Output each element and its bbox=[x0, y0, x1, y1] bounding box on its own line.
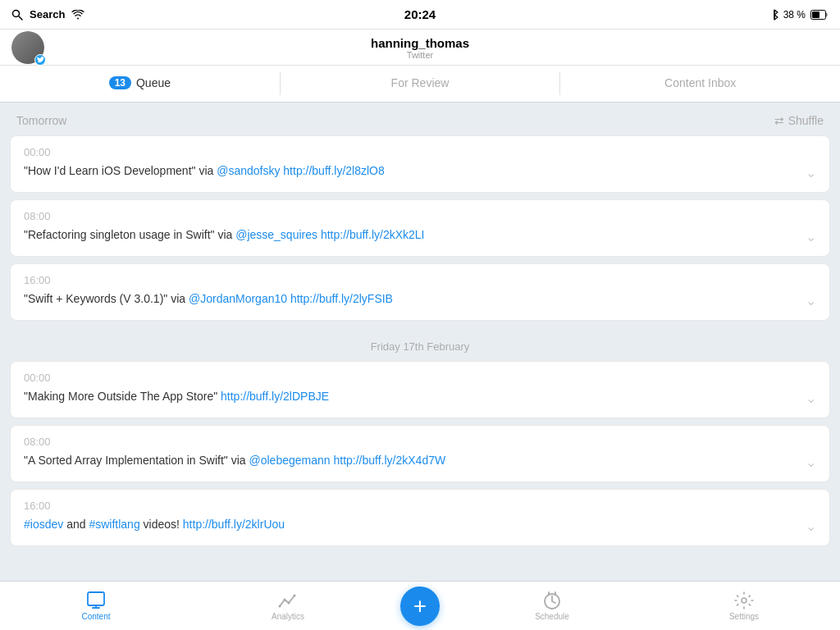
nav-item-analytics[interactable]: Analytics bbox=[192, 582, 384, 630]
svg-point-6 bbox=[279, 605, 281, 607]
post-time: 16:00 bbox=[11, 490, 829, 517]
battery-icon bbox=[810, 10, 829, 20]
hashtag: #iosdev bbox=[24, 518, 63, 531]
nav-item-settings[interactable]: Settings bbox=[648, 582, 840, 630]
post-card: 00:00 "How I'd Learn iOS Development" vi… bbox=[10, 135, 830, 193]
mention: @jesse_squires bbox=[235, 228, 317, 241]
svg-line-1 bbox=[19, 16, 22, 19]
post-text: "A Sorted Array Implementation in Swift"… bbox=[24, 453, 806, 469]
link[interactable]: http://buff.ly/2kXk2LI bbox=[321, 228, 425, 241]
post-card: 16:00 #iosdev and #swiftlang videos! htt… bbox=[10, 489, 830, 546]
expand-button[interactable]: ⌄ bbox=[806, 227, 816, 244]
post-content-row: "How I'd Learn iOS Development" via @san… bbox=[11, 163, 829, 192]
main-content: Tomorrow ⇄ Shuffle 00:00 "How I'd Learn … bbox=[0, 103, 840, 581]
tab-bar: 13 Queue For Review Content Inbox bbox=[0, 66, 840, 103]
post-text: "Refactoring singleton usage in Swift" v… bbox=[24, 227, 806, 244]
post-card: 00:00 "Making More Outside The App Store… bbox=[10, 361, 830, 418]
tab-for-review[interactable]: For Review bbox=[281, 66, 560, 102]
nav-label-analytics: Analytics bbox=[272, 612, 304, 621]
post-content-row: "Making More Outside The App Store" http… bbox=[11, 389, 829, 418]
svg-point-8 bbox=[288, 601, 290, 604]
expand-button[interactable]: ⌄ bbox=[806, 517, 816, 534]
post-content-row: "Refactoring singleton usage in Swift" v… bbox=[11, 227, 829, 256]
status-time: 20:24 bbox=[404, 7, 436, 21]
link[interactable]: http://buff.ly/2lDPBJE bbox=[221, 390, 329, 403]
svg-point-7 bbox=[284, 598, 286, 600]
profile-header: hanning_thomas Twitter bbox=[0, 30, 840, 66]
expand-button[interactable]: ⌄ bbox=[806, 389, 816, 406]
status-bar: Search 20:24 38 % bbox=[0, 0, 840, 30]
profile-username: hanning_thomas bbox=[371, 36, 469, 50]
hashtag: #swiftlang bbox=[89, 518, 139, 531]
post-text: "How I'd Learn iOS Development" via @san… bbox=[24, 163, 806, 180]
post-time: 08:00 bbox=[11, 200, 829, 227]
post-text: "Swift + Keywords (V 3.0.1)" via @Jordan… bbox=[24, 291, 806, 308]
shuffle-icon: ⇄ bbox=[774, 114, 784, 127]
mention: @JordanMorgan10 bbox=[189, 292, 287, 305]
section-tomorrow-title: Tomorrow bbox=[16, 114, 66, 127]
analytics-icon bbox=[278, 591, 298, 609]
tab-content-inbox[interactable]: Content Inbox bbox=[560, 66, 840, 102]
link[interactable]: http://buff.ly/2klrUou bbox=[183, 518, 285, 531]
post-card: 08:00 "Refactoring singleton usage in Sw… bbox=[10, 199, 830, 257]
post-content-row: "Swift + Keywords (V 3.0.1)" via @Jordan… bbox=[11, 291, 829, 320]
post-text: #iosdev and #swiftlang videos! http://bu… bbox=[24, 517, 806, 533]
expand-button[interactable]: ⌄ bbox=[806, 453, 816, 470]
nav-label-settings: Settings bbox=[729, 612, 759, 621]
tab-queue[interactable]: 13 Queue bbox=[0, 66, 280, 102]
link[interactable]: http://buff.ly/2lyFSIB bbox=[290, 292, 393, 305]
post-card: 08:00 "A Sorted Array Implementation in … bbox=[10, 425, 830, 482]
svg-rect-4 bbox=[812, 11, 819, 18]
mention: @olebegemann bbox=[249, 454, 331, 467]
bluetooth-icon bbox=[770, 9, 778, 21]
day-separator: Friday 17th February bbox=[0, 327, 840, 361]
shuffle-label: Shuffle bbox=[788, 114, 824, 127]
settings-icon bbox=[734, 591, 754, 609]
expand-button[interactable]: ⌄ bbox=[806, 291, 816, 308]
nav-label-content: Content bbox=[81, 612, 110, 621]
nav-label-schedule: Schedule bbox=[535, 612, 569, 621]
content-icon bbox=[86, 591, 106, 609]
mention: @sandofsky bbox=[217, 164, 280, 177]
nav-item-schedule[interactable]: Schedule bbox=[456, 582, 648, 630]
post-content-row: "A Sorted Array Implementation in Swift"… bbox=[11, 453, 829, 482]
expand-button[interactable]: ⌄ bbox=[806, 163, 816, 180]
nav-item-content[interactable]: Content bbox=[0, 582, 192, 630]
bottom-nav: Content Analytics + Schedule Settings bbox=[0, 581, 840, 630]
status-left: Search bbox=[11, 8, 84, 21]
post-time: 00:00 bbox=[11, 362, 829, 389]
add-button[interactable]: + bbox=[400, 587, 440, 626]
queue-badge: 13 bbox=[109, 76, 131, 89]
post-time: 08:00 bbox=[11, 426, 829, 453]
post-content-row: #iosdev and #swiftlang videos! http://bu… bbox=[11, 517, 829, 546]
link[interactable]: http://buff.ly/2l8zlO8 bbox=[283, 164, 384, 177]
svg-rect-5 bbox=[88, 592, 104, 605]
post-text: "Making More Outside The App Store" http… bbox=[24, 389, 806, 405]
tab-queue-label: Queue bbox=[136, 76, 171, 89]
link[interactable]: http://buff.ly/2kX4d7W bbox=[333, 454, 445, 467]
post-time: 16:00 bbox=[11, 264, 829, 291]
profile-platform: Twitter bbox=[407, 50, 433, 60]
tab-content-inbox-label: Content Inbox bbox=[664, 76, 736, 89]
wifi-icon bbox=[71, 10, 84, 20]
nav-item-plus[interactable]: + bbox=[384, 582, 456, 630]
avatar-wrap bbox=[11, 31, 44, 64]
twitter-badge bbox=[34, 54, 46, 66]
search-icon bbox=[11, 9, 23, 21]
schedule-icon bbox=[542, 591, 562, 609]
section-tomorrow-header: Tomorrow ⇄ Shuffle bbox=[0, 103, 840, 135]
shuffle-button[interactable]: ⇄ Shuffle bbox=[774, 114, 824, 127]
status-right: 38 % bbox=[770, 9, 829, 21]
svg-point-13 bbox=[742, 598, 746, 603]
svg-point-9 bbox=[294, 594, 296, 596]
post-time: 00:00 bbox=[11, 136, 829, 163]
post-card: 16:00 "Swift + Keywords (V 3.0.1)" via @… bbox=[10, 263, 830, 321]
tab-for-review-label: For Review bbox=[391, 76, 450, 89]
search-label: Search bbox=[30, 8, 65, 21]
battery-percent: 38 % bbox=[783, 9, 806, 21]
